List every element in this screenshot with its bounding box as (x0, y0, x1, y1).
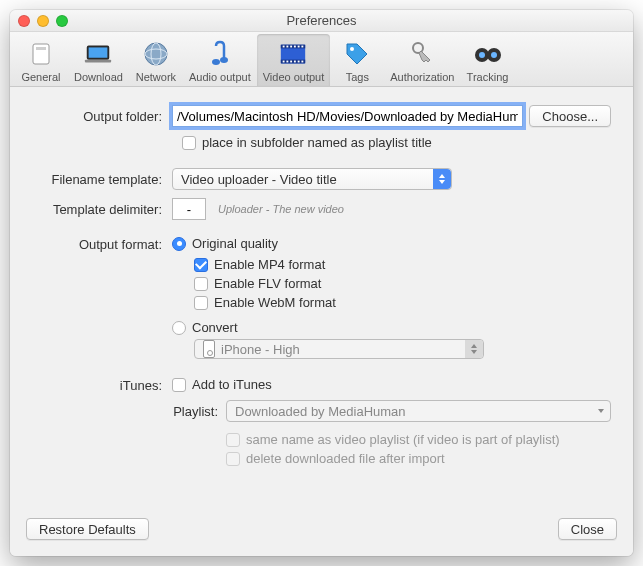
svg-rect-13 (283, 46, 285, 48)
checkbox-icon (182, 136, 196, 150)
checkbox-label: Add to iTunes (192, 377, 272, 392)
tab-network[interactable]: Network (129, 34, 183, 86)
delete-after-import-checkbox[interactable]: delete downloaded file after import (226, 451, 611, 466)
content-area: Output folder: Choose... place in subfol… (10, 87, 633, 506)
popup-value: iPhone - High (221, 342, 300, 357)
playlist-label: Playlist: (172, 404, 226, 419)
titlebar: Preferences (10, 10, 633, 32)
checkbox-icon (226, 452, 240, 466)
convert-radio[interactable]: Convert (172, 320, 611, 335)
checkbox-icon (226, 433, 240, 447)
add-to-itunes-checkbox[interactable]: Add to iTunes (172, 377, 611, 392)
tab-download[interactable]: Download (68, 34, 129, 86)
svg-rect-3 (89, 47, 108, 57)
checkbox-icon (194, 296, 208, 310)
svg-rect-15 (291, 46, 293, 48)
checkbox-icon (194, 277, 208, 291)
tab-audio-output[interactable]: Audio output (183, 34, 257, 86)
svg-rect-21 (291, 61, 293, 63)
svg-point-5 (145, 43, 167, 65)
restore-defaults-button[interactable]: Restore Defaults (26, 518, 149, 540)
subfolder-checkbox[interactable]: place in subfolder named as playlist tit… (182, 135, 432, 150)
tab-label: Tracking (467, 71, 509, 83)
tab-general[interactable]: General (14, 34, 68, 86)
radio-icon (172, 237, 186, 251)
enable-mp4-checkbox[interactable]: Enable MP4 format (194, 257, 611, 272)
chevron-updown-icon (465, 340, 483, 358)
audio-output-icon (205, 40, 235, 68)
svg-rect-1 (36, 47, 46, 50)
tags-icon (342, 40, 372, 68)
svg-rect-31 (485, 53, 491, 55)
close-button[interactable]: Close (558, 518, 617, 540)
tab-label: Network (136, 71, 176, 83)
window-title: Preferences (286, 13, 356, 28)
tab-label: Download (74, 71, 123, 83)
tab-tags[interactable]: Tags (330, 34, 384, 86)
svg-rect-4 (85, 60, 111, 63)
svg-rect-22 (294, 61, 296, 63)
radio-label: Original quality (192, 236, 278, 251)
svg-rect-14 (287, 46, 289, 48)
svg-rect-23 (298, 61, 300, 63)
same-name-checkbox[interactable]: same name as video playlist (if video is… (226, 432, 611, 447)
tab-video-output[interactable]: Video output (257, 34, 331, 86)
convert-preset-popup[interactable]: iPhone - High (194, 339, 484, 359)
enable-flv-checkbox[interactable]: Enable FLV format (194, 276, 611, 291)
choose-folder-button[interactable]: Choose... (529, 105, 611, 127)
authorization-icon (407, 40, 437, 68)
radio-icon (172, 321, 186, 335)
close-window-icon[interactable] (18, 15, 30, 27)
checkbox-label: Enable WebM format (214, 295, 336, 310)
traffic-lights (18, 15, 68, 27)
radio-label: Convert (192, 320, 238, 335)
checkbox-label: delete downloaded file after import (246, 451, 445, 466)
chevron-down-icon (592, 401, 610, 421)
output-folder-input[interactable] (172, 105, 523, 127)
svg-rect-17 (298, 46, 300, 48)
checkbox-icon (172, 378, 186, 392)
output-format-label: Output format: (32, 236, 172, 252)
tab-label: Video output (263, 71, 325, 83)
svg-point-9 (220, 57, 228, 63)
general-icon (26, 40, 56, 68)
chevron-updown-icon (433, 169, 451, 189)
original-quality-radio[interactable]: Original quality (172, 236, 611, 251)
svg-rect-19 (283, 61, 285, 63)
svg-rect-18 (302, 46, 304, 48)
output-folder-label: Output folder: (32, 109, 172, 124)
template-delimiter-label: Template delimiter: (32, 202, 172, 217)
svg-rect-20 (287, 61, 289, 63)
tab-authorization[interactable]: Authorization (384, 34, 460, 86)
download-icon (83, 40, 113, 68)
checkbox-icon (194, 258, 208, 272)
zoom-window-icon[interactable] (56, 15, 68, 27)
template-delimiter-input[interactable] (172, 198, 206, 220)
tab-label: Tags (346, 71, 369, 83)
filename-template-label: Filename template: (32, 172, 172, 187)
enable-webm-checkbox[interactable]: Enable WebM format (194, 295, 611, 310)
tab-label: Audio output (189, 71, 251, 83)
playlist-popup[interactable]: Downloaded by MediaHuman (226, 400, 611, 422)
svg-point-8 (212, 59, 220, 65)
checkbox-label: Enable MP4 format (214, 257, 325, 272)
checkbox-label: Enable FLV format (214, 276, 321, 291)
checkbox-label: same name as video playlist (if video is… (246, 432, 560, 447)
video-output-icon (278, 40, 308, 68)
popup-value: Video uploader - Video title (181, 172, 337, 187)
template-hint: Uploader - The new video (218, 203, 344, 215)
network-icon (141, 40, 171, 68)
svg-rect-16 (294, 46, 296, 48)
preferences-window: Preferences General Download Network Aud… (10, 10, 633, 556)
minimize-window-icon[interactable] (37, 15, 49, 27)
tracking-icon (473, 40, 503, 68)
footer: Restore Defaults Close (10, 506, 633, 556)
svg-rect-24 (302, 61, 304, 63)
iphone-icon (203, 340, 215, 358)
svg-point-30 (491, 52, 497, 58)
checkbox-label: place in subfolder named as playlist tit… (202, 135, 432, 150)
svg-point-25 (350, 47, 354, 51)
filename-template-popup[interactable]: Video uploader - Video title (172, 168, 452, 190)
preferences-toolbar: General Download Network Audio output Vi… (10, 32, 633, 87)
tab-tracking[interactable]: Tracking (461, 34, 515, 86)
